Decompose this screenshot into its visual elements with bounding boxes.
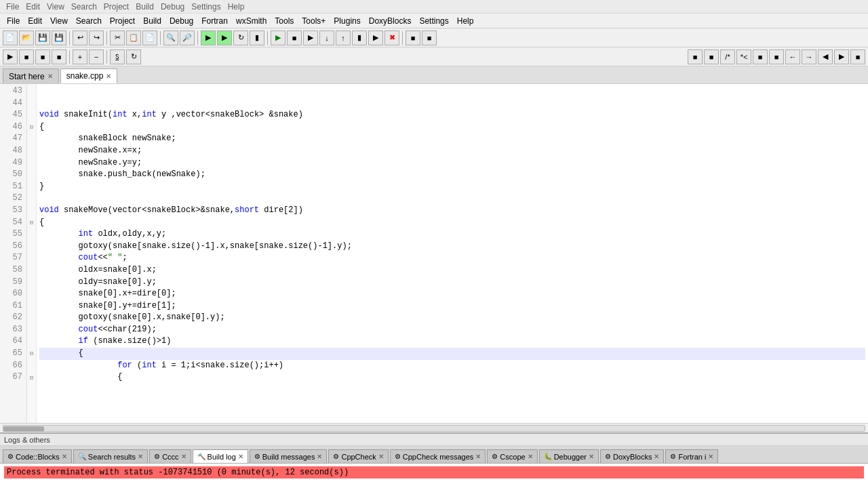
- horizontal-scrollbar[interactable]: [0, 423, 868, 432]
- code-area[interactable]: 4344454647484950515253545556575859606162…: [0, 84, 868, 423]
- smenu-debug[interactable]: Debug: [157, 1, 188, 12]
- menu-help[interactable]: Help: [453, 15, 478, 27]
- btn-redo[interactable]: ↪: [89, 30, 104, 45]
- bottom-tab-close-4[interactable]: ✕: [317, 453, 322, 460]
- btn-saveall[interactable]: 💾: [52, 30, 66, 45]
- tab-start-here[interactable]: Start here ✕: [3, 68, 59, 83]
- btn-debug-continue[interactable]: ▶: [368, 30, 383, 45]
- menu-search[interactable]: Search: [72, 15, 106, 27]
- smenu-search[interactable]: Search: [68, 1, 100, 12]
- smenu-view[interactable]: View: [43, 1, 68, 12]
- btn-extra2[interactable]: ■: [422, 30, 437, 45]
- btn-t2-6[interactable]: ↻: [126, 49, 141, 64]
- code-content[interactable]: void snakeInit(int x,int y ,vector<snake…: [37, 84, 868, 423]
- menu-tools[interactable]: Tools: [271, 15, 298, 27]
- btn-debug-pause[interactable]: ▮: [352, 30, 367, 45]
- bottom-tab-close-10[interactable]: ✕: [708, 453, 713, 460]
- btn-zoom-in[interactable]: +: [73, 49, 87, 64]
- btn-right5[interactable]: ■: [850, 49, 865, 64]
- menu-debug[interactable]: Debug: [165, 15, 197, 27]
- btn-new[interactable]: 📄: [3, 30, 18, 45]
- btn-nav-prev[interactable]: ◀: [818, 49, 833, 64]
- btn-t2-4[interactable]: ■: [52, 49, 66, 64]
- menu-view[interactable]: View: [46, 15, 72, 27]
- scrollbar-thumb[interactable]: [3, 426, 44, 432]
- btn-debug-next[interactable]: ▶: [303, 30, 318, 45]
- btn-searchreplace[interactable]: 🔎: [180, 30, 195, 45]
- smenu-edit[interactable]: Edit: [22, 1, 43, 12]
- menu-file[interactable]: File: [3, 15, 24, 27]
- btn-debug-stop[interactable]: ■: [287, 30, 302, 45]
- btn-t2-2[interactable]: ■: [19, 49, 34, 64]
- bottom-tab-close-7[interactable]: ✕: [528, 453, 533, 460]
- btn-stop-build[interactable]: ▮: [250, 30, 264, 45]
- smenu-file[interactable]: File: [3, 1, 22, 12]
- bottom-tab-search-results[interactable]: 🔍Search results✕: [73, 449, 148, 463]
- bottom-tab-close-2[interactable]: ✕: [181, 453, 186, 460]
- btn-t2-5[interactable]: S̲: [110, 49, 125, 64]
- btn-rebuild[interactable]: ↻: [233, 30, 248, 45]
- btn-debug-step[interactable]: ↓: [319, 30, 334, 45]
- bottom-tab-build-messages[interactable]: ⚙Build messages✕: [250, 449, 328, 463]
- menu-settings[interactable]: Settings: [415, 15, 452, 27]
- menu-project[interactable]: Project: [106, 15, 139, 27]
- bottom-tab-fortran-i[interactable]: ⚙Fortran i✕: [665, 449, 718, 463]
- btn-comment[interactable]: /*: [720, 49, 735, 64]
- btn-copy[interactable]: 📋: [126, 30, 141, 45]
- menu-plugins[interactable]: Plugins: [330, 15, 364, 27]
- btn-search[interactable]: 🔍: [163, 30, 178, 45]
- menu-edit[interactable]: Edit: [24, 15, 46, 27]
- bottom-tab-close-5[interactable]: ✕: [378, 453, 384, 460]
- btn-open[interactable]: 📂: [19, 30, 34, 45]
- btn-debug-stepout[interactable]: ↑: [336, 30, 351, 45]
- btn-debug-start[interactable]: ▶: [271, 30, 285, 45]
- btn-nav-next[interactable]: ▶: [834, 49, 849, 64]
- btn-right3[interactable]: ■: [753, 49, 768, 64]
- bottom-tab-close-0[interactable]: ✕: [62, 453, 67, 460]
- smenu-project[interactable]: Project: [100, 1, 132, 12]
- btn-run[interactable]: ▶: [217, 30, 232, 45]
- btn-build-run[interactable]: ▶: [201, 30, 216, 45]
- menu-fortran[interactable]: Fortran: [197, 15, 232, 27]
- bottom-tab-close-9[interactable]: ✕: [654, 453, 659, 460]
- btn-save[interactable]: 💾: [35, 30, 50, 45]
- bottom-tab-close-6[interactable]: ✕: [475, 453, 481, 460]
- smenu-settings[interactable]: Settings: [188, 1, 224, 12]
- menu-doxyblocks[interactable]: DoxyBlocks: [365, 15, 416, 27]
- btn-t2-1[interactable]: ▶: [3, 49, 18, 64]
- btn-extra1[interactable]: ■: [406, 30, 420, 45]
- bottom-tab-build-log[interactable]: 🔨Build log✕: [193, 449, 248, 463]
- bottom-tab-close-3[interactable]: ✕: [238, 453, 243, 460]
- bottom-tab-icon-7: ⚙: [492, 453, 498, 460]
- btn-right4[interactable]: ■: [769, 49, 784, 64]
- btn-right1[interactable]: ■: [688, 49, 703, 64]
- btn-cut[interactable]: ✂: [110, 30, 125, 45]
- btn-paste[interactable]: 📄: [142, 30, 157, 45]
- bottom-tab-doxyblocks[interactable]: ⚙DoxyBlocks✕: [600, 449, 664, 463]
- bottom-tab-cscope[interactable]: ⚙Cscope✕: [487, 449, 537, 463]
- bottom-tab-code--blocks[interactable]: ⚙Code::Blocks✕: [3, 449, 72, 463]
- btn-right2[interactable]: ■: [704, 49, 719, 64]
- bottom-tab-close-1[interactable]: ✕: [138, 453, 143, 460]
- bottom-tab-cppcheck-messages[interactable]: ⚙CppCheck messages✕: [390, 449, 486, 463]
- btn-zoom-out[interactable]: −: [89, 49, 104, 64]
- bottom-tab-cppcheck[interactable]: ⚙CppCheck✕: [328, 449, 388, 463]
- menu-wxsmith[interactable]: wxSmith: [232, 15, 271, 27]
- tab-snake-cpp-close[interactable]: ✕: [106, 73, 111, 80]
- smenu-help[interactable]: Help: [224, 1, 248, 12]
- btn-nav-back[interactable]: ←: [785, 49, 800, 64]
- btn-undo[interactable]: ↩: [73, 30, 87, 45]
- smenu-build[interactable]: Build: [132, 1, 157, 12]
- tab-snake-cpp[interactable]: snake.cpp ✕: [60, 68, 118, 83]
- menu-toolsplus[interactable]: Tools+: [298, 15, 330, 27]
- menu-build[interactable]: Build: [139, 15, 165, 27]
- btn-abort[interactable]: ✖: [384, 30, 399, 45]
- bottom-tab-debugger[interactable]: 🐛Debugger✕: [539, 449, 599, 463]
- bottom-tab-cccc[interactable]: ⚙Cccc✕: [149, 449, 191, 463]
- tab-start-here-close[interactable]: ✕: [47, 73, 53, 80]
- scrollbar-track[interactable]: [3, 425, 865, 432]
- btn-nav-fwd[interactable]: →: [802, 49, 816, 64]
- btn-t2-3[interactable]: ■: [35, 49, 50, 64]
- bottom-tab-close-8[interactable]: ✕: [589, 453, 594, 460]
- btn-uncomment[interactable]: *<: [736, 49, 751, 64]
